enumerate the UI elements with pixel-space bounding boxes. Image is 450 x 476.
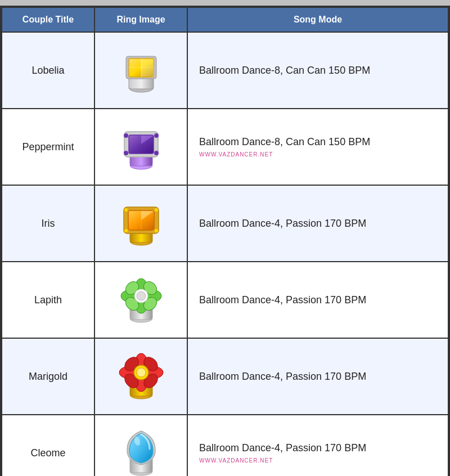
- svg-point-13: [154, 151, 159, 155]
- song-mode-cell: Ballroom Dance-4, Passion 170 BPMWWW.VAZ…: [187, 415, 448, 476]
- col-header-image: Ring Image: [94, 7, 187, 32]
- svg-point-21: [124, 229, 128, 232]
- watermark-text: WWW.VAZDANCER.NET: [199, 457, 436, 464]
- ring-image-cell: [94, 262, 187, 338]
- couple-title-cell: Lobelia: [2, 32, 94, 109]
- ring-image-cell: [94, 185, 187, 262]
- table-row: Peppermint: [2, 109, 448, 185]
- svg-point-22: [155, 229, 158, 232]
- ring-image-cell: [94, 338, 187, 415]
- svg-point-37: [137, 291, 146, 300]
- header-row: Couple Title Ring Image Song Mode: [2, 7, 448, 32]
- svg-point-19: [124, 208, 128, 212]
- song-mode-text: Ballroom Dance-4, Passion 170 BPM: [199, 371, 366, 382]
- col-header-song: Song Mode: [187, 7, 448, 32]
- data-table: Couple Title Ring Image Song Mode Lobeli…: [1, 7, 449, 476]
- ring-image-cell: [94, 32, 187, 109]
- table-row: Cleome: [2, 415, 448, 476]
- table-row: Lapith: [2, 262, 448, 338]
- song-mode-text: Ballroom Dance-4, Passion 170 BPM: [199, 294, 366, 306]
- song-mode-cell: Ballroom Dance-8, Can Can 150 BPM: [187, 32, 448, 109]
- song-mode-cell: Ballroom Dance-8, Can Can 150 BPMWWW.VAZ…: [187, 109, 448, 185]
- couple-title-cell: Cleome: [2, 415, 94, 476]
- song-mode-cell: Ballroom Dance-4, Passion 170 BPM: [187, 262, 448, 338]
- song-mode-text: Ballroom Dance-8, Can Can 150 BPM: [199, 136, 370, 147]
- main-table-container: Couple Title Ring Image Song Mode Lobeli…: [0, 6, 450, 476]
- couple-title-cell: Lapith: [2, 262, 94, 338]
- col-header-title: Couple Title: [2, 7, 94, 32]
- song-mode-text: Ballroom Dance-4, Passion 170 BPM: [199, 218, 366, 229]
- ring-image-cell: [94, 415, 187, 476]
- song-mode-cell: Ballroom Dance-4, Passion 170 BPM: [187, 185, 448, 262]
- table-row: Marigold: [2, 338, 448, 415]
- svg-point-49: [137, 368, 146, 377]
- song-mode-text: Ballroom Dance-8, Can Can 150 BPM: [199, 65, 370, 76]
- svg-point-20: [155, 208, 158, 212]
- couple-title-cell: Iris: [2, 185, 94, 262]
- song-mode-cell: Ballroom Dance-4, Passion 170 BPM: [187, 338, 448, 415]
- ring-image-cell: [94, 109, 187, 185]
- song-mode-text: Ballroom Dance-4, Passion 170 BPM: [199, 442, 366, 453]
- svg-point-12: [124, 151, 128, 155]
- table-row: Iris: [2, 185, 448, 262]
- couple-title-cell: Peppermint: [2, 109, 94, 185]
- couple-title-cell: Marigold: [2, 338, 94, 415]
- svg-point-10: [124, 133, 128, 138]
- table-row: Lobelia: [2, 32, 448, 109]
- watermark-text: WWW.VAZDANCER.NET: [199, 151, 436, 158]
- svg-point-11: [154, 133, 159, 138]
